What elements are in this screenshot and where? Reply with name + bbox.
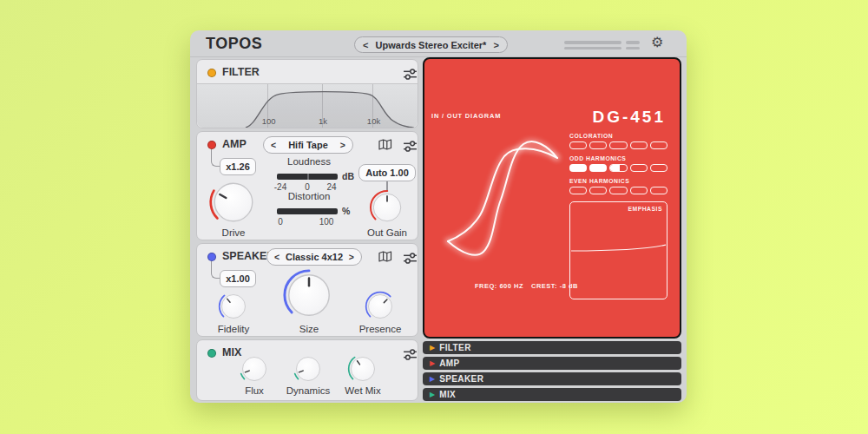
display-column: IN / OUT DIAGRAM DG-451 COLORATION	[423, 57, 681, 401]
wet-mix-knob[interactable]	[347, 353, 378, 385]
odd-harmonics-meter: ODD HARMONICS	[569, 155, 667, 172]
fidelity-knob-label: Fidelity	[218, 324, 249, 334]
in-out-diagram-label: IN / OUT DIAGRAM	[431, 112, 501, 120]
filter-tick-10k: 10k	[367, 116, 380, 126]
filter-led[interactable]	[207, 69, 216, 77]
presence-knob[interactable]	[365, 291, 396, 322]
amp-settings-sliders-icon[interactable]	[403, 140, 418, 153]
preset-name[interactable]: Upwards Stereo Exciter*	[376, 40, 487, 50]
filter-tick-100: 100	[262, 116, 276, 126]
amp-model-prev-icon[interactable]: <	[271, 140, 276, 150]
speaker-led[interactable]	[207, 253, 216, 261]
coloration-meter: COLORATION	[569, 133, 667, 149]
readout-row: FREQ: 600 HZ CREST: -8 dB	[475, 282, 578, 290]
amp-multiplier-chip[interactable]: x1.26	[220, 158, 256, 175]
dynamics-knob[interactable]	[293, 353, 324, 385]
loudness-label: Loudness	[287, 156, 331, 167]
app-title: TOPOS	[206, 35, 262, 53]
filter-curve	[197, 84, 418, 128]
speaker-panel-arrow-icon: ▶	[430, 376, 435, 383]
distortion-meter	[277, 208, 338, 214]
preset-prev-icon[interactable]: <	[363, 40, 368, 50]
out-gain-knob-label: Out Gain	[367, 227, 407, 238]
speaker-section: SPEAKER < Classic 4x12 > x1.00	[196, 243, 418, 337]
wet-mix-knob-label: Wet Mix	[345, 385, 380, 396]
controls-column: FILTER 100 1k 10k AMP	[196, 59, 418, 404]
filter-section-label: FILTER	[222, 66, 260, 78]
filter-curve-display[interactable]: 100 1k 10k	[197, 83, 418, 128]
filter-section: FILTER 100 1k 10k	[196, 59, 418, 128]
collapsed-panel-filter[interactable]: ▶ FILTER	[423, 341, 681, 354]
amp-browse-map-icon[interactable]	[378, 139, 392, 151]
amp-section: AMP < Hifi Tape > x1.26	[196, 131, 418, 240]
harmonics-meters: COLORATION ODD HARMONICS EVEN HARMONICS	[569, 133, 667, 201]
amp-model-name[interactable]: Hifi Tape	[288, 140, 328, 150]
speaker-browse-map-icon[interactable]	[378, 251, 392, 263]
loudness-unit: dB	[342, 171, 354, 181]
distortion-ticks: 0 100	[277, 217, 338, 227]
settings-gear-icon[interactable]: ⚙	[651, 34, 663, 50]
desktop-background: TOPOS < Upwards Stereo Exciter* > ⚙ FILT…	[0, 0, 868, 434]
dynamics-knob-label: Dynamics	[286, 385, 330, 396]
device-model-label: DG-451	[592, 108, 666, 127]
presence-knob-label: Presence	[359, 324, 402, 334]
even-harmonics-meter: EVEN HARMONICS	[569, 178, 667, 194]
preset-next-icon[interactable]: >	[494, 40, 499, 50]
preset-selector[interactable]: < Upwards Stereo Exciter* >	[354, 36, 508, 53]
transfer-curve-graphic	[426, 120, 578, 285]
amp-model-selector[interactable]: < Hifi Tape >	[263, 136, 353, 154]
freq-readout: FREQ: 600 HZ	[475, 282, 523, 290]
display-panel: IN / OUT DIAGRAM DG-451 COLORATION	[423, 57, 681, 339]
mix-panel-arrow-icon: ▶	[430, 391, 435, 398]
auto-gain-chip[interactable]: Auto 1.00	[358, 164, 416, 181]
size-knob[interactable]	[282, 268, 336, 322]
header-bar: TOPOS < Upwards Stereo Exciter* > ⚙	[190, 30, 687, 57]
collapsed-panel-speaker[interactable]: ▶ SPEAKER	[423, 372, 681, 385]
loudness-meter	[277, 174, 338, 180]
mix-led[interactable]	[207, 349, 216, 358]
plugin-window: TOPOS < Upwards Stereo Exciter* > ⚙ FILT…	[190, 30, 687, 403]
amp-section-label: AMP	[222, 138, 247, 150]
menu-lines-decoration	[564, 41, 640, 52]
collapsed-panel-mix[interactable]: ▶ MIX	[423, 388, 681, 401]
mix-section: MIX Flux Dynamics	[196, 339, 418, 401]
amp-led[interactable]	[207, 141, 216, 149]
flux-knob-label: Flux	[245, 385, 264, 396]
amp-model-next-icon[interactable]: >	[340, 140, 345, 150]
crest-readout: CREST: -8 dB	[531, 282, 578, 290]
speaker-model-next-icon[interactable]: >	[349, 252, 354, 262]
speaker-model-selector[interactable]: < Classic 4x12 >	[266, 248, 362, 266]
amp-panel-arrow-icon: ▶	[430, 360, 435, 367]
mix-settings-sliders-icon[interactable]	[403, 348, 418, 361]
out-gain-knob[interactable]	[369, 189, 405, 226]
collapsed-panel-amp[interactable]: ▶ AMP	[423, 357, 681, 370]
flux-knob[interactable]	[239, 353, 270, 385]
emphasis-display: EMPHASIS	[569, 201, 667, 299]
filter-tick-1k: 1k	[319, 116, 327, 126]
size-knob-label: Size	[299, 324, 319, 334]
drive-knob-label: Drive	[222, 227, 246, 238]
speaker-model-prev-icon[interactable]: <	[274, 252, 279, 262]
fidelity-knob[interactable]	[218, 291, 249, 322]
distortion-label: Distortion	[288, 191, 331, 201]
speaker-settings-sliders-icon[interactable]	[403, 252, 418, 265]
filter-settings-sliders-icon[interactable]	[403, 68, 418, 81]
speaker-multiplier-chip[interactable]: x1.00	[220, 270, 256, 287]
drive-knob[interactable]	[208, 177, 259, 227]
filter-panel-arrow-icon: ▶	[430, 345, 435, 352]
distortion-unit: %	[342, 206, 350, 216]
speaker-model-name[interactable]: Classic 4x12	[286, 252, 343, 262]
collapsed-panels: ▶ FILTER ▶ AMP ▶ SPEAKER ▶ MIX	[423, 341, 681, 404]
